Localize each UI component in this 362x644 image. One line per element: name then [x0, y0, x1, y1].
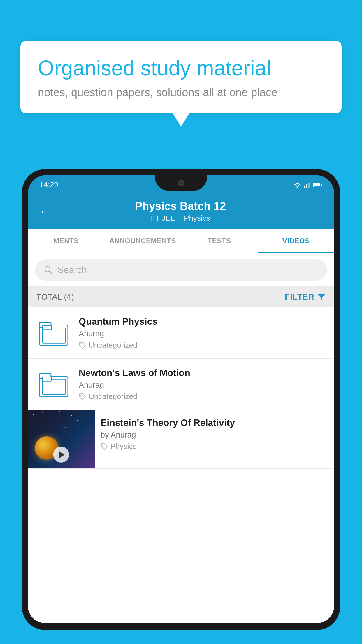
video-list: Quantum Physics Anurag Uncategorized: [28, 307, 334, 623]
video-tag-1: Uncategorized: [79, 341, 326, 350]
speech-bubble-title: Organised study material: [38, 55, 324, 80]
list-item[interactable]: Quantum Physics Anurag Uncategorized: [28, 307, 334, 359]
battery-icon: [313, 182, 323, 188]
video-thumbnail-2: [36, 368, 71, 400]
header-center: Physics Batch 12 IIT JEE Physics: [59, 200, 302, 223]
tag-icon: [101, 443, 108, 450]
svg-point-14: [80, 343, 82, 344]
svg-rect-2: [306, 184, 307, 188]
svg-rect-13: [42, 326, 52, 330]
svg-point-29: [54, 424, 54, 425]
svg-point-20: [33, 414, 34, 415]
video-author-2: Anurag: [79, 381, 326, 390]
header-subtitle-part2: Physics: [184, 214, 210, 223]
svg-rect-5: [321, 184, 322, 186]
svg-point-0: [297, 186, 298, 188]
svg-marker-9: [317, 294, 326, 300]
tab-videos[interactable]: VIDEOS: [258, 229, 334, 253]
app-screen: ← Physics Batch 12 IIT JEE Physics: [28, 193, 334, 623]
svg-point-31: [102, 444, 103, 446]
filter-icon: [317, 293, 326, 301]
folder-icon: [39, 370, 68, 398]
svg-point-22: [51, 416, 52, 416]
svg-point-30: [65, 427, 66, 428]
header-subtitle-part1: IIT JEE: [151, 214, 175, 223]
video-tag-3: Physics: [101, 442, 328, 451]
svg-rect-17: [42, 379, 66, 395]
svg-rect-12: [42, 328, 66, 343]
app-header: ← Physics Batch 12 IIT JEE Physics: [28, 193, 334, 229]
speech-bubble-subtitle: notes, question papers, solutions all at…: [38, 86, 324, 99]
list-item[interactable]: Einstein's Theory Of Relativity by Anura…: [28, 410, 334, 469]
svg-point-25: [86, 413, 87, 414]
svg-point-23: [59, 411, 60, 412]
search-icon: [44, 265, 53, 275]
svg-rect-1: [304, 186, 305, 188]
filter-label: FILTER: [285, 292, 314, 302]
filter-button[interactable]: FILTER: [285, 292, 326, 302]
svg-point-28: [92, 423, 92, 424]
play-button[interactable]: [53, 447, 69, 463]
phone-inner: 14:29: [28, 175, 334, 624]
header-subtitle: IIT JEE Physics: [59, 214, 302, 223]
video-author-1: Anurag: [79, 329, 326, 338]
tab-ments[interactable]: MENTS: [28, 229, 104, 253]
wifi-icon: [293, 182, 302, 188]
status-time: 14:29: [39, 180, 58, 189]
folder-icon: [39, 319, 68, 347]
svg-rect-18: [42, 377, 52, 381]
svg-point-21: [42, 412, 43, 413]
tab-tests[interactable]: TESTS: [181, 229, 258, 253]
video-author-3: by Anurag: [101, 430, 328, 440]
svg-line-8: [50, 271, 52, 274]
search-bar[interactable]: Search: [35, 259, 327, 281]
status-icons: [293, 182, 323, 188]
svg-point-19: [80, 395, 82, 396]
video-title-1: Quantum Physics: [79, 316, 326, 327]
tag-icon: [79, 393, 86, 400]
svg-point-27: [77, 420, 78, 421]
video-thumbnail-3: [28, 410, 95, 468]
notch: [155, 175, 207, 191]
video-thumbnail-1: [36, 317, 71, 349]
video-info-1: Quantum Physics Anurag Uncategorized: [79, 316, 326, 350]
video-tag-2: Uncategorized: [79, 392, 326, 401]
video-title-3: Einstein's Theory Of Relativity: [101, 417, 328, 428]
speech-bubble-container: Organised study material notes, question…: [20, 41, 342, 113]
speech-bubble: Organised study material notes, question…: [20, 41, 342, 113]
status-bar: 14:29: [28, 175, 334, 193]
header-title: Physics Batch 12: [59, 200, 302, 213]
search-input-placeholder[interactable]: Search: [57, 265, 87, 275]
svg-rect-3: [308, 183, 310, 188]
video-info-3: Einstein's Theory Of Relativity by Anura…: [95, 410, 334, 458]
tabs-container: MENTS ANNOUNCEMENTS TESTS VIDEOS: [28, 229, 334, 253]
list-item[interactable]: Newton's Laws of Motion Anurag Uncategor…: [28, 359, 334, 410]
phone-frame: 14:29: [22, 169, 340, 644]
back-button[interactable]: ←: [39, 205, 50, 218]
phone-outer: 14:29: [22, 169, 340, 630]
tab-announcements[interactable]: ANNOUNCEMENTS: [104, 229, 181, 253]
svg-point-26: [38, 421, 38, 422]
signal-icon: [304, 182, 311, 188]
svg-point-24: [71, 415, 72, 416]
search-container: Search: [28, 253, 334, 286]
filter-bar: TOTAL (4) FILTER: [28, 286, 334, 307]
video-title-2: Newton's Laws of Motion: [79, 368, 326, 378]
play-icon: [59, 451, 64, 458]
svg-rect-6: [314, 183, 320, 186]
camera-dot: [178, 180, 184, 186]
video-info-2: Newton's Laws of Motion Anurag Uncategor…: [79, 368, 326, 401]
total-count: TOTAL (4): [36, 292, 74, 302]
tag-icon: [79, 342, 86, 349]
